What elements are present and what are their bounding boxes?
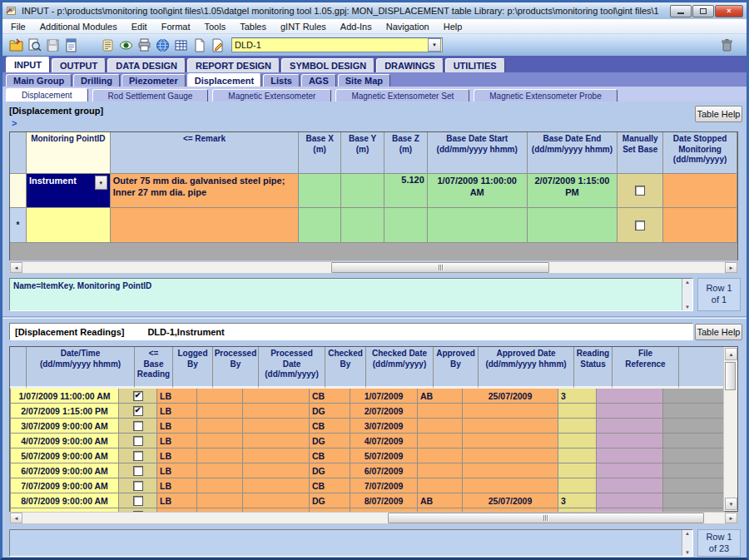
approved-date-cell[interactable]: [463, 448, 558, 463]
datetime-cell[interactable]: 5/07/2009 9:00:00 AM: [11, 448, 119, 463]
datetime-cell[interactable]: 6/07/2009 9:00:00 AM: [11, 463, 119, 478]
readings-vscrollbar[interactable]: ▲ ▼: [723, 347, 737, 511]
checked-by-cell[interactable]: CB: [310, 419, 350, 434]
readings-table-help-button[interactable]: Table Help: [695, 324, 742, 340]
combobox-dropdown-button[interactable]: ▼: [428, 38, 441, 52]
base-reading-cell[interactable]: [119, 434, 157, 448]
checked-by-cell[interactable]: CB: [310, 389, 350, 404]
checked-by-cell[interactable]: DG: [310, 493, 350, 508]
processed-date-cell[interactable]: [243, 463, 310, 478]
reading-status-cell[interactable]: [558, 434, 597, 448]
processed-date-cell[interactable]: [243, 434, 310, 448]
manually-set-base-cell[interactable]: [618, 174, 663, 208]
datetime-cell[interactable]: 8/07/2009 9:00:00 AM: [11, 493, 119, 508]
tab-site-map[interactable]: Site Map: [338, 74, 390, 87]
reading-status-cell[interactable]: 3: [558, 493, 597, 508]
approved-by-cell[interactable]: [418, 478, 463, 493]
processed-date-cell[interactable]: [243, 493, 310, 508]
minimize-button[interactable]: [670, 5, 692, 17]
status-mini-scrollbar[interactable]: ▲ ▼: [682, 530, 692, 556]
logged-by-cell[interactable]: LB: [157, 419, 197, 434]
file-reference-cell[interactable]: [597, 419, 663, 434]
tab-data-design[interactable]: DATA DESIGN: [107, 58, 186, 72]
base-reading-cell[interactable]: [119, 493, 157, 508]
logged-by-cell[interactable]: LB: [157, 404, 197, 419]
approved-date-cell[interactable]: [463, 404, 558, 419]
logged-by-cell[interactable]: LB: [157, 463, 197, 478]
base-reading-cell[interactable]: ✔: [119, 389, 157, 404]
logged-by-cell[interactable]: LB: [157, 493, 197, 508]
table-view-button[interactable]: [171, 37, 190, 53]
checked-by-cell[interactable]: CB: [310, 448, 350, 463]
scrollbar-track[interactable]: [724, 361, 737, 497]
reading-status-cell[interactable]: [558, 448, 597, 463]
readings-table-hscrollbar[interactable]: ◄ ►: [9, 512, 738, 524]
menu-format[interactable]: Format: [161, 22, 191, 32]
close-button[interactable]: ×: [715, 5, 743, 17]
menu-navigation[interactable]: Navigation: [386, 22, 429, 32]
open-project-button[interactable]: [7, 37, 25, 53]
base-date-end-cell[interactable]: [528, 208, 618, 243]
reading-status-cell[interactable]: [558, 419, 597, 434]
tab-symbol-design[interactable]: SYMBOL DESIGN: [281, 58, 374, 72]
approved-by-cell[interactable]: [418, 434, 463, 448]
base-x-cell[interactable]: [299, 208, 341, 243]
reading-status-cell[interactable]: 3: [558, 389, 597, 404]
processed-by-cell[interactable]: [197, 434, 243, 448]
point-id-cell[interactable]: Instrument ▼: [27, 174, 111, 208]
approved-date-cell[interactable]: 25/07/2009: [463, 389, 558, 404]
subtab-rod-settlement-gauge[interactable]: Rod Settlement Gauge: [92, 89, 209, 102]
base-reading-checkbox[interactable]: ✔: [133, 406, 143, 416]
approved-by-cell[interactable]: [418, 404, 463, 419]
view-button[interactable]: [117, 37, 135, 53]
base-reading-checkbox[interactable]: [133, 451, 143, 461]
processed-by-cell[interactable]: [197, 493, 243, 508]
menu-tables[interactable]: Tables: [240, 22, 266, 32]
status-mini-scrollbar[interactable]: ▲ ▼: [682, 279, 692, 310]
approved-by-cell[interactable]: [418, 463, 463, 478]
new-row-selector[interactable]: *: [10, 208, 27, 243]
tab-input[interactable]: INPUT: [6, 57, 50, 72]
processed-date-cell[interactable]: [243, 478, 310, 493]
base-reading-checkbox[interactable]: [133, 466, 143, 476]
maximize-button[interactable]: [692, 5, 714, 17]
tab-displacement[interactable]: Displacement: [187, 73, 262, 87]
processed-date-cell[interactable]: [243, 389, 310, 404]
tab-output[interactable]: OUTPUT: [52, 58, 106, 72]
scroll-left-button[interactable]: ◄: [10, 513, 22, 523]
arrow-up-icon[interactable]: ▲: [685, 531, 690, 536]
logged-by-cell[interactable]: LB: [157, 478, 197, 493]
row-selector[interactable]: [10, 174, 27, 208]
file-reference-cell[interactable]: [597, 478, 663, 493]
checked-date-cell[interactable]: 1/07/2009: [350, 389, 418, 404]
datetime-cell[interactable]: 4/07/2009 9:00:00 AM: [11, 434, 119, 448]
scrollbar-track[interactable]: [22, 513, 725, 523]
processed-by-cell[interactable]: [197, 419, 243, 434]
date-stopped-cell[interactable]: [663, 174, 737, 208]
checked-date-cell[interactable]: 7/07/2009: [350, 478, 418, 493]
subtab-magnetic-extensometer-set[interactable]: Magnetic Extensometer Set: [335, 89, 469, 102]
expander-chevron-icon[interactable]: >: [12, 118, 17, 128]
processed-by-cell[interactable]: [197, 478, 243, 493]
base-reading-checkbox[interactable]: [133, 496, 143, 506]
base-y-cell[interactable]: [341, 174, 384, 208]
base-reading-checkbox[interactable]: [133, 436, 143, 446]
scrollbar-thumb[interactable]: [725, 362, 736, 390]
menu-gint-rules[interactable]: gINT Rules: [280, 22, 326, 32]
base-reading-checkbox[interactable]: [133, 481, 143, 491]
processed-date-cell[interactable]: [243, 448, 310, 463]
menu-add-ins[interactable]: Add-Ins: [340, 22, 372, 32]
scroll-right-button[interactable]: ►: [725, 513, 737, 523]
group-table-hscrollbar[interactable]: ◄ ►: [9, 261, 738, 274]
point-id-combobox[interactable]: DLD-1 ▼: [231, 37, 443, 52]
menu-help[interactable]: Help: [444, 22, 463, 32]
processed-date-cell[interactable]: [243, 404, 310, 419]
reading-status-cell[interactable]: [558, 463, 597, 478]
point-id-cell[interactable]: [27, 208, 111, 243]
checked-date-cell[interactable]: 3/07/2009: [350, 419, 418, 434]
manually-set-base-checkbox[interactable]: [635, 221, 645, 230]
approved-date-cell[interactable]: [463, 463, 558, 478]
base-reading-checkbox[interactable]: [133, 421, 143, 431]
remark-cell[interactable]: [111, 208, 299, 243]
manually-set-base-cell[interactable]: [618, 208, 663, 243]
